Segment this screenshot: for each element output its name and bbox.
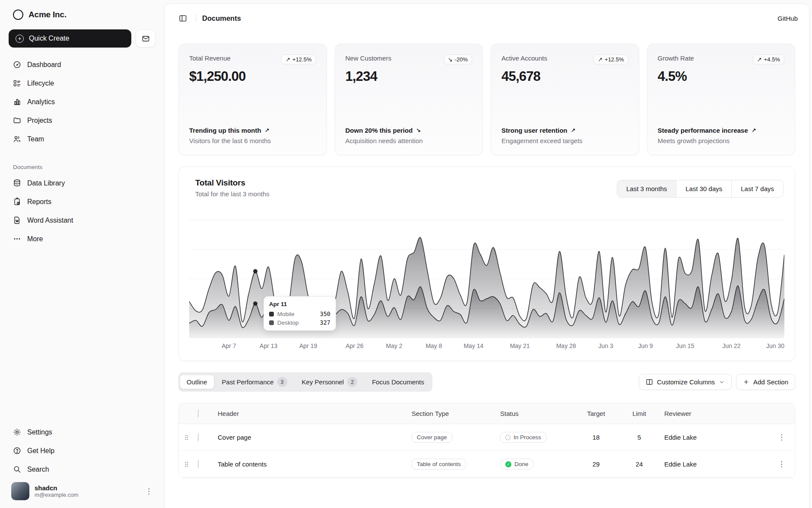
tab-past-performance[interactable]: Past Performance3	[215, 374, 294, 390]
row-target[interactable]: 29	[574, 460, 618, 468]
row-reviewer[interactable]: Eddie Lake	[661, 460, 769, 468]
sidebar-item-label: Reports	[27, 198, 51, 206]
row-checkbox[interactable]	[198, 460, 199, 468]
x-tick: Apr 26	[346, 342, 363, 349]
bar-chart-icon	[13, 98, 21, 106]
tab-key-personnel[interactable]: Key Personnel2	[295, 374, 365, 390]
tooltip-value: 350	[320, 310, 330, 317]
trending-down-icon: ↘	[448, 56, 453, 63]
help-icon	[13, 447, 21, 455]
trending-up-icon: ↗	[571, 127, 576, 134]
stat-value: 1,234	[346, 69, 473, 84]
row-kebab-icon[interactable]: ⋮	[778, 433, 786, 442]
ellipsis-icon	[13, 235, 21, 243]
row-limit[interactable]: 24	[618, 460, 661, 468]
sidebar-item-analytics[interactable]: Analytics	[9, 93, 155, 111]
sidebar-item-settings[interactable]: Settings	[9, 423, 155, 441]
row-reviewer[interactable]: Eddie Lake	[661, 434, 769, 441]
stat-cards: Total Revenue ↗+12.5% $1,250.00 Trending…	[178, 44, 795, 155]
user-email: m@example.com	[35, 492, 140, 498]
search-icon	[13, 465, 21, 473]
sidebar: Acme Inc. + Quick Create Dashboard Lifec…	[0, 0, 164, 508]
trend-badge: ↗+12.5%	[593, 54, 628, 64]
quick-create-button[interactable]: + Quick Create	[9, 29, 131, 48]
sidebar-item-get-help[interactable]: Get Help	[9, 441, 155, 460]
sections-table: Header Section Type Status Target Limit …	[178, 403, 795, 478]
trending-up-icon: ↗	[598, 56, 603, 63]
chevron-down-icon	[719, 379, 725, 385]
database-icon	[13, 179, 21, 187]
x-tick: Apr 19	[299, 342, 317, 349]
user-kebab-icon[interactable]: ⋮	[145, 487, 153, 496]
x-tick: Jun 15	[676, 342, 694, 349]
sidebar-item-label: Data Library	[27, 179, 65, 187]
stat-title: New Customers	[346, 54, 392, 62]
range-last-3-months[interactable]: Last 3 months	[617, 180, 676, 197]
sidebar-item-word-assistant[interactable]: Word Assistant	[9, 211, 155, 230]
x-axis: Apr 7 Apr 13 Apr 19 Apr 26 May 2 May 8 M…	[189, 342, 784, 352]
drag-handle-icon[interactable]	[179, 434, 194, 441]
inbox-button[interactable]	[136, 29, 155, 48]
area-chart[interactable]: Apr 11 Mobile350 Desktop327	[189, 215, 784, 338]
stat-footer-desc: Engagement exceed targets	[501, 137, 628, 144]
row-header[interactable]: Table of contents	[212, 460, 408, 468]
sidebar-item-projects[interactable]: Projects	[9, 111, 155, 130]
trend-badge: ↘-20%	[444, 54, 472, 64]
customize-columns-button[interactable]: Customize Columns	[639, 374, 732, 390]
brand[interactable]: Acme Inc.	[9, 6, 155, 23]
total-visitors-card: Total Visitors Total for the last 3 mont…	[178, 166, 795, 361]
avatar	[11, 482, 29, 500]
status-badge: ✓Done	[500, 459, 533, 470]
tab-focus-documents[interactable]: Focus Documents	[365, 375, 431, 389]
stat-card-total-revenue: Total Revenue ↗+12.5% $1,250.00 Trending…	[178, 44, 327, 155]
sidebar-item-dashboard[interactable]: Dashboard	[9, 55, 155, 74]
row-target[interactable]: 18	[574, 434, 618, 441]
row-limit[interactable]: 5	[618, 434, 661, 441]
table-header-row: Header Section Type Status Target Limit …	[179, 403, 795, 424]
gauge-icon	[13, 61, 21, 69]
sidebar-item-reports[interactable]: Reports	[9, 192, 155, 211]
topbar: Documents GitHub	[165, 4, 809, 32]
sidebar-item-label: More	[27, 235, 43, 243]
stat-card-new-customers: New Customers ↘-20% 1,234 Down 20% this …	[335, 44, 483, 155]
col-header: Header	[212, 410, 408, 417]
table-row[interactable]: Table of contents Table of contents ✓Don…	[179, 451, 795, 478]
x-tick: Jun 3	[598, 342, 613, 349]
desktop-swatch-icon	[269, 320, 274, 325]
row-header[interactable]: Cover page	[212, 434, 408, 441]
section-type-badge: Table of contents	[412, 459, 466, 470]
plus-circle-icon: +	[16, 35, 24, 43]
row-kebab-icon[interactable]: ⋮	[778, 460, 786, 469]
sidebar-item-label: Get Help	[27, 447, 54, 455]
tab-outline[interactable]: Outline	[180, 375, 214, 389]
stat-footer-desc: Visitors for the last 6 months	[189, 137, 316, 144]
mobile-swatch-icon	[269, 312, 274, 316]
x-tick: Apr 13	[260, 342, 277, 349]
table-row[interactable]: Cover page Cover page In Process 18 5 Ed…	[179, 424, 795, 451]
range-last-30-days[interactable]: Last 30 days	[676, 180, 731, 197]
sidebar-item-label: Search	[27, 466, 49, 473]
stat-footer-title: Trending up this month	[189, 127, 261, 134]
range-last-7-days[interactable]: Last 7 days	[731, 180, 783, 197]
stat-title: Total Revenue	[189, 54, 231, 62]
stat-value: 45,678	[501, 69, 628, 84]
sidebar-item-label: Lifecycle	[27, 80, 54, 87]
section-tabs: Outline Past Performance3 Key Personnel2…	[178, 372, 432, 392]
drag-handle-icon[interactable]	[179, 461, 194, 468]
sidebar-toggle-button[interactable]	[176, 11, 190, 25]
nav-footer: Settings Get Help Search	[9, 423, 155, 479]
col-reviewer: Reviewer	[661, 410, 769, 417]
sidebar-item-data-library[interactable]: Data Library	[9, 174, 155, 192]
add-section-button[interactable]: Add Section	[736, 374, 795, 390]
row-checkbox[interactable]	[198, 433, 199, 441]
sidebar-item-more[interactable]: More	[9, 230, 155, 248]
sidebar-item-team[interactable]: Team	[9, 130, 155, 148]
x-tick: May 2	[386, 342, 403, 349]
stat-footer-title: Down 20% this period	[346, 127, 413, 134]
sidebar-item-search[interactable]: Search	[9, 460, 155, 479]
github-link[interactable]: GitHub	[777, 15, 798, 22]
user-menu[interactable]: shadcn m@example.com ⋮	[9, 479, 155, 500]
sidebar-item-lifecycle[interactable]: Lifecycle	[9, 74, 155, 93]
sidebar-item-label: Team	[27, 135, 44, 143]
select-all-checkbox[interactable]	[198, 409, 199, 418]
